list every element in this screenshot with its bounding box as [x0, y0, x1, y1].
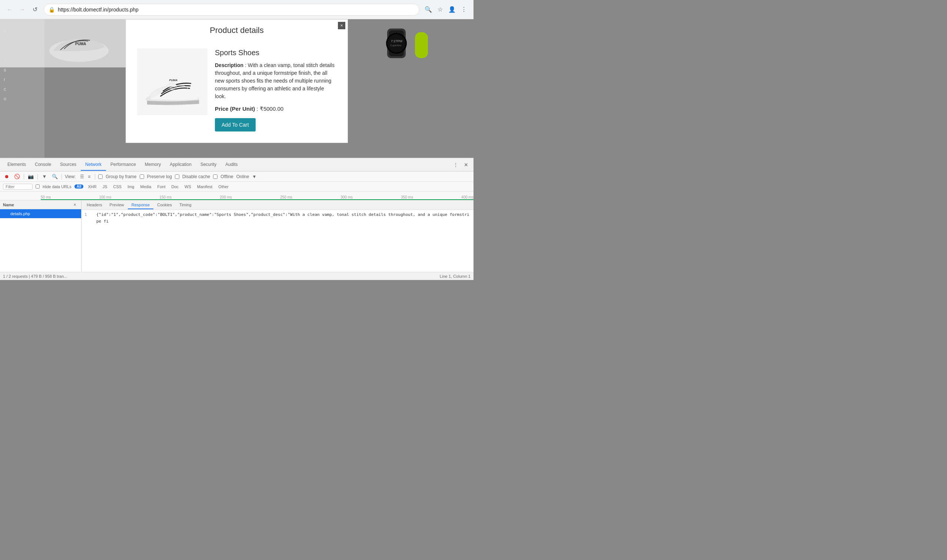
tab-console[interactable]: Console [30, 159, 55, 171]
devtools-menu-button[interactable]: ⋮ [451, 160, 460, 169]
product-image-area: PUMA [137, 49, 208, 131]
price-label: Price (Per Unit) [215, 106, 255, 112]
cookies-tab[interactable]: Cookies [153, 201, 176, 209]
user-button[interactable]: 👤 [447, 5, 457, 15]
list-view-button[interactable]: ☰ [79, 173, 86, 180]
online-dropdown[interactable]: ▼ [252, 174, 256, 179]
timeline-label-150: 150 ms [159, 195, 171, 199]
timeline-labels: 50 ms 100 ms 150 ms 200 ms 250 ms 300 ms… [0, 195, 473, 199]
bookmark-button[interactable]: ☆ [435, 5, 445, 15]
toolbar-separator-1 [24, 174, 24, 180]
view-icons: ☰ ≡ [79, 173, 92, 180]
offline-checkbox[interactable] [213, 174, 217, 179]
group-by-frame-label: Group by frame [106, 174, 136, 179]
tab-performance[interactable]: Performance [106, 159, 140, 171]
url-text: https://bolt.domectf.in/products.php [58, 7, 414, 12]
response-tab[interactable]: Response [128, 201, 154, 209]
svg-rect-9 [415, 32, 428, 58]
camera-button[interactable]: 📷 [27, 173, 34, 180]
search-button[interactable]: 🔍 [423, 5, 433, 15]
devtools-main: Name × details.php Headers Preview Respo… [0, 200, 473, 272]
manifest-filter-button[interactable]: Manifest [196, 184, 214, 189]
preserve-log-checkbox[interactable] [140, 174, 144, 179]
file-list: Name × details.php [0, 200, 82, 272]
other-filter-button[interactable]: Other [217, 184, 230, 189]
sidebar-text: PPtusrco [4, 27, 41, 104]
modal-content: PUMA Sports Shoes Description : With a c… [126, 41, 348, 143]
tab-audits[interactable]: Audits [221, 159, 242, 171]
stop-button[interactable]: 🚫 [13, 173, 21, 180]
online-label: Online [236, 174, 249, 179]
tab-sources[interactable]: Sources [55, 159, 81, 171]
img-filter-button[interactable]: Img [126, 184, 136, 189]
description-label: Description [215, 62, 243, 68]
devtools-close-button[interactable]: ✕ [462, 160, 471, 169]
timeline: 50 ms 100 ms 150 ms 200 ms 250 ms 300 ms… [0, 191, 473, 200]
search-button[interactable]: 🔍 [51, 173, 59, 180]
forward-button[interactable]: → [17, 5, 28, 15]
tab-memory[interactable]: Memory [140, 159, 165, 171]
menu-button[interactable]: ⋮ [459, 5, 469, 15]
product-name: Sports Shoes [215, 49, 336, 57]
product-info: Sports Shoes Description : With a clean … [215, 49, 336, 131]
all-filter-badge[interactable]: All [74, 185, 84, 189]
response-tab-bar: Headers Preview Response Cookies Timing [82, 200, 473, 210]
font-filter-button[interactable]: Font [156, 184, 167, 189]
svg-line-12 [169, 87, 176, 88]
tab-elements[interactable]: Elements [3, 159, 30, 171]
filter-input[interactable] [3, 184, 32, 190]
address-bar[interactable]: 🔒 https://bolt.domectf.in/products.php [44, 4, 419, 15]
js-filter-button[interactable]: JS [101, 184, 109, 189]
waterfall-view-button[interactable]: ≡ [86, 173, 92, 180]
hide-data-urls-label: Hide data URLs [43, 185, 71, 189]
page-area: PUMA 7:27PM Cupertino PPtusrco [0, 19, 473, 158]
disable-cache-checkbox[interactable] [175, 174, 179, 179]
svg-point-6 [387, 34, 406, 52]
preview-tab[interactable]: Preview [106, 201, 128, 209]
xhr-filter-button[interactable]: XHR [86, 184, 98, 189]
file-list-header: Name × [0, 200, 81, 209]
tab-application[interactable]: Application [165, 159, 196, 171]
media-filter-button[interactable]: Media [139, 184, 152, 189]
svg-text:PUMA: PUMA [75, 42, 86, 46]
file-name: details.php [10, 211, 30, 216]
response-content: 1 {"id":"1","product_code":"BOLT1","prod… [82, 210, 473, 272]
timeline-green-line [41, 199, 473, 200]
timeline-label-300: 300 ms [340, 195, 353, 199]
file-list-name-column: Name [3, 203, 14, 207]
group-by-frame-checkbox[interactable] [98, 174, 103, 179]
add-to-cart-button[interactable]: Add To Cart [215, 118, 256, 131]
file-item-details-php[interactable]: details.php [0, 209, 81, 218]
ws-filter-button[interactable]: WS [183, 184, 192, 189]
timing-tab[interactable]: Timing [176, 201, 195, 209]
toolbar-separator-4 [95, 174, 95, 180]
product-price: Price (Per Unit) : ₹5000.00 [215, 106, 336, 112]
file-list-close-button[interactable]: × [71, 202, 78, 208]
toolbar-separator-3 [62, 174, 62, 180]
left-sidebar: PPtusrco [0, 19, 45, 158]
chrome-actions: 🔍 ☆ 👤 ⋮ [423, 5, 469, 15]
modal-title: Product details [126, 20, 348, 41]
refresh-button[interactable]: ↺ [30, 5, 40, 15]
hide-data-urls-checkbox[interactable] [35, 185, 40, 189]
requests-info: 1 / 2 requests | 479 B / 958 B tran... [3, 274, 67, 278]
timeline-label-400: 400 ms [461, 195, 473, 199]
cursor-position: Line 1, Column 1 [440, 274, 471, 278]
record-button[interactable]: ⏺ [3, 173, 10, 180]
devtools-action-buttons: ⋮ ✕ [451, 160, 471, 169]
filter-button[interactable]: ▼ [41, 173, 48, 180]
tab-network[interactable]: Network [81, 159, 106, 171]
modal-close-button[interactable]: × [338, 22, 345, 29]
css-filter-button[interactable]: CSS [112, 184, 123, 189]
disable-cache-label: Disable cache [182, 174, 210, 179]
devtools-panel: Elements Console Sources Network Perform… [0, 158, 473, 280]
timeline-label-100: 100 ms [99, 195, 111, 199]
statusbar: 1 / 2 requests | 479 B / 958 B tran... L… [0, 272, 473, 280]
response-panel: Headers Preview Response Cookies Timing … [82, 200, 473, 272]
response-line-1: 1 {"id":"1","product_code":"BOLT1","prod… [85, 211, 471, 225]
timeline-label-250: 250 ms [280, 195, 292, 199]
tab-security[interactable]: Security [196, 159, 221, 171]
headers-tab[interactable]: Headers [83, 201, 106, 209]
doc-filter-button[interactable]: Doc [170, 184, 180, 189]
back-button[interactable]: ← [5, 5, 15, 15]
